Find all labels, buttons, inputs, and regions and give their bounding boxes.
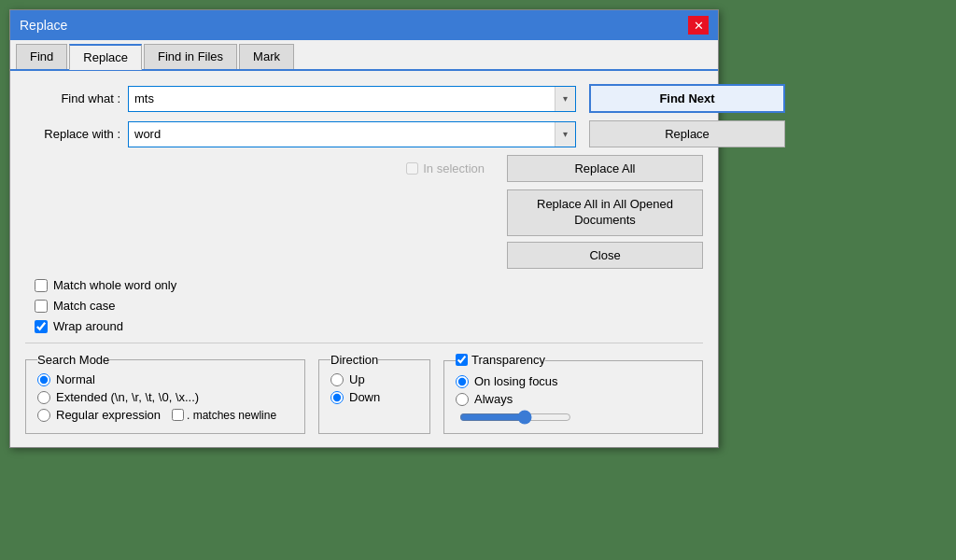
direction-fieldset: Direction Up Down [318, 353, 430, 434]
bottom-section: Search Mode Normal Extended (\n, \r, \t,… [25, 343, 703, 434]
matches-newline-label: . matches newline [187, 409, 276, 422]
search-regex-item: Regular expression . matches newline [37, 408, 293, 422]
tab-bar: Find Replace Find in Files Mark [10, 40, 718, 71]
search-regex-radio[interactable] [37, 409, 50, 422]
on-losing-focus-item: On losing focus [456, 374, 691, 388]
search-mode-fieldset: Search Mode Normal Extended (\n, \r, \t,… [25, 353, 305, 434]
transparency-label: Transparency [471, 353, 545, 367]
search-regex-label: Regular expression [56, 408, 161, 422]
match-case-label: Match case [53, 299, 115, 313]
replace-with-input[interactable]: word| [129, 123, 555, 145]
search-extended-radio[interactable] [37, 391, 50, 404]
match-case-checkbox[interactable] [35, 300, 48, 313]
tab-find-in-files[interactable]: Find in Files [144, 44, 237, 69]
close-icon[interactable]: ✕ [688, 16, 709, 35]
replace-with-dropdown[interactable]: ▾ [555, 122, 575, 147]
wrap-around-item: Wrap around [35, 319, 703, 333]
replace-with-label: Replace with : [25, 127, 128, 141]
find-what-dropdown[interactable]: ▾ [555, 87, 575, 111]
search-extended-item: Extended (\n, \r, \t, \0, \x...) [37, 390, 293, 404]
direction-up-radio[interactable] [330, 373, 344, 386]
replace-dialog: Replace ✕ Find Replace Find in Files Mar… [9, 9, 719, 448]
always-label: Always [474, 392, 513, 406]
find-next-button[interactable]: Find Next [589, 84, 785, 113]
close-button[interactable]: Close [507, 242, 703, 269]
tab-replace[interactable]: Replace [69, 44, 142, 70]
on-losing-focus-label: On losing focus [474, 374, 558, 388]
transparency-slider-row [456, 410, 691, 425]
direction-legend: Direction [330, 353, 378, 367]
matches-newline-checkbox[interactable] [172, 409, 184, 421]
find-what-combo: mts ▾ [128, 86, 576, 112]
always-item: Always [456, 392, 691, 406]
match-whole-word-label: Match whole word only [53, 278, 176, 292]
wrap-around-checkbox[interactable] [35, 320, 48, 333]
search-normal-radio[interactable] [37, 373, 50, 386]
always-radio[interactable] [456, 393, 469, 406]
search-mode-legend: Search Mode [37, 353, 109, 367]
direction-down-item: Down [330, 390, 418, 404]
dialog-title: Replace [20, 18, 67, 33]
replace-all-buttons: Replace All [507, 155, 703, 182]
tab-find[interactable]: Find [16, 44, 67, 69]
search-normal-item: Normal [37, 372, 293, 386]
direction-up-item: Up [330, 372, 418, 386]
wrap-around-label: Wrap around [53, 319, 123, 333]
search-normal-label: Normal [56, 372, 95, 386]
replace-buttons: Replace [589, 120, 785, 147]
tab-mark[interactable]: Mark [239, 44, 294, 69]
on-losing-focus-radio[interactable] [456, 375, 469, 388]
match-case-item: Match case [35, 299, 703, 313]
options-checkboxes: Match whole word only Match case Wrap ar… [35, 278, 703, 333]
direction-down-label: Down [349, 390, 380, 404]
find-what-input[interactable]: mts [129, 88, 555, 109]
replace-with-combo: word| ▾ [128, 121, 576, 147]
match-whole-word-item: Match whole word only [35, 278, 703, 292]
replace-all-button[interactable]: Replace All [507, 155, 703, 182]
in-selection-checkbox[interactable] [406, 162, 418, 175]
transparency-fieldset: Transparency On losing focus Always [443, 353, 703, 434]
transparency-legend: Transparency [456, 353, 545, 369]
action-buttons: Find Next [589, 84, 785, 113]
transparency-checkbox[interactable] [456, 354, 468, 366]
search-extended-label: Extended (\n, \r, \t, \0, \x...) [56, 390, 199, 404]
direction-up-label: Up [349, 372, 365, 386]
dialog-content: Find what : mts ▾ Find Next Replace with… [10, 71, 718, 447]
title-bar: Replace ✕ [10, 10, 718, 40]
extra-buttons: Replace All in All Opened Documents Clos… [507, 189, 703, 269]
transparency-slider[interactable] [459, 410, 571, 425]
in-selection-label: In selection [423, 161, 485, 175]
direction-down-radio[interactable] [330, 391, 344, 404]
find-what-label: Find what : [25, 91, 128, 105]
replace-button[interactable]: Replace [589, 120, 785, 147]
match-whole-word-checkbox[interactable] [35, 279, 48, 292]
replace-all-opened-button[interactable]: Replace All in All Opened Documents [507, 189, 703, 236]
